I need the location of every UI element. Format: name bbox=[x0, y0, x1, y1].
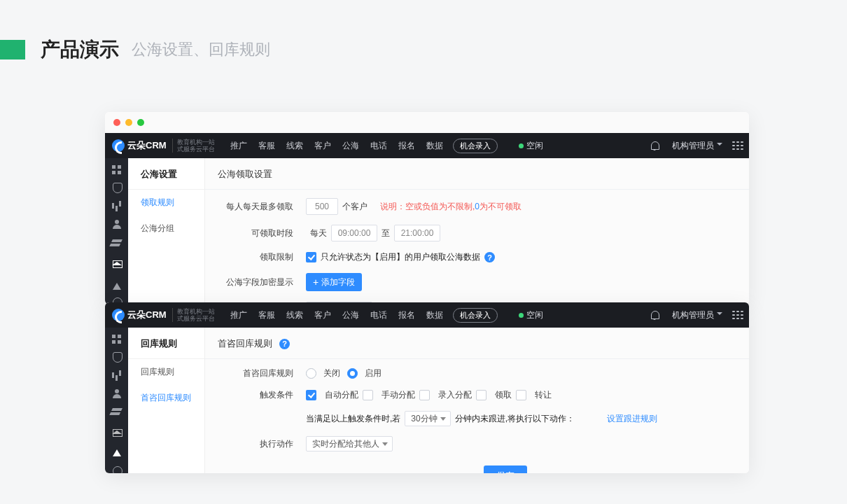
page-title: 产品演示 bbox=[41, 36, 119, 63]
cond-mid: 分钟内未跟进,将执行以下动作： bbox=[455, 413, 575, 425]
nav-gonghai[interactable]: 公海 bbox=[337, 309, 365, 321]
shield-icon[interactable] bbox=[111, 351, 122, 360]
brand-sub: 教育机构一站式服务云平台 bbox=[172, 139, 215, 153]
help-icon[interactable]: ? bbox=[279, 339, 290, 349]
side-menu-title: 公海设置 bbox=[128, 168, 204, 190]
radio-off[interactable] bbox=[306, 368, 316, 379]
help-icon[interactable]: ? bbox=[484, 252, 495, 262]
nav-gonghai[interactable]: 公海 bbox=[337, 140, 365, 152]
nav-service[interactable]: 客服 bbox=[253, 140, 281, 152]
rail-active[interactable] bbox=[111, 444, 122, 455]
chk-transfer[interactable] bbox=[516, 390, 526, 400]
row-timerange: 可领取时段 每天 至 bbox=[218, 225, 736, 241]
nav-leads[interactable]: 线索 bbox=[281, 140, 309, 152]
row-limit: 领取限制 只允许状态为【启用】的用户领取公海数据 ? bbox=[218, 251, 736, 263]
bell-icon[interactable] bbox=[650, 141, 659, 150]
layers-icon[interactable] bbox=[111, 407, 122, 415]
person-icon[interactable] bbox=[111, 219, 122, 227]
gear-icon[interactable] bbox=[111, 465, 122, 473]
apps-grid-icon[interactable] bbox=[732, 311, 742, 319]
chk-auto[interactable] bbox=[306, 390, 316, 400]
layers-icon[interactable] bbox=[111, 238, 122, 246]
time-from-input[interactable] bbox=[331, 225, 377, 241]
user-menu[interactable]: 机构管理员 bbox=[672, 140, 722, 152]
chk-manual[interactable] bbox=[363, 390, 373, 400]
page-header: 产品演示 公海设置、回库规则 bbox=[0, 36, 270, 63]
minutes-dropdown[interactable]: 30分钟 bbox=[405, 411, 450, 426]
limit-text: 只允许状态为【启用】的用户领取公海数据 bbox=[321, 251, 480, 263]
label: 每人每天最多领取 bbox=[218, 201, 293, 213]
maximize-icon[interactable] bbox=[137, 119, 144, 126]
label: 执行动作 bbox=[218, 438, 293, 450]
nav-service[interactable]: 客服 bbox=[253, 309, 281, 321]
set-follow-rule-link[interactable]: 设置跟进规则 bbox=[607, 413, 657, 425]
app-bar: 云朵CRM 教育机构一站式服务云平台 推广 客服 线索 客户 公海 电话 报名 … bbox=[105, 133, 749, 158]
only-enabled-checkbox[interactable] bbox=[306, 252, 316, 262]
side-menu: 回库规则 回库规则 首咨回库规则 bbox=[128, 328, 205, 473]
status-text: 空闲 bbox=[526, 309, 543, 321]
nav-opportunity-entry[interactable]: 机会录入 bbox=[453, 308, 498, 323]
brand[interactable]: 云朵CRM 教育机构一站式服务云平台 bbox=[112, 308, 220, 322]
brand[interactable]: 云朵CRM 教育机构一站式服务云平台 bbox=[112, 139, 220, 153]
app-bar: 云朵CRM 教育机构一站式服务云平台 推广 客服 线索 客户 公海 电话 报名 … bbox=[105, 302, 749, 328]
nav-customer[interactable]: 客户 bbox=[309, 309, 337, 321]
label: 公海字段加密显示 bbox=[218, 276, 293, 288]
user-menu[interactable]: 机构管理员 bbox=[672, 309, 722, 321]
nav-promo[interactable]: 推广 bbox=[225, 140, 253, 152]
nav-phone[interactable]: 电话 bbox=[365, 140, 393, 152]
row-trigger: 触发条件 自动分配 手动分配 录入分配 领取 转让 bbox=[218, 389, 736, 401]
shield-icon[interactable] bbox=[111, 182, 122, 190]
nav-data[interactable]: 数据 bbox=[421, 309, 449, 321]
row-action: 执行动作 实时分配给其他人 bbox=[218, 436, 736, 451]
opt-auto-label: 自动分配 bbox=[325, 389, 358, 401]
brand-icon bbox=[112, 309, 125, 321]
side-item-return-rules[interactable]: 回库规则 bbox=[128, 359, 204, 385]
action-dropdown[interactable]: 实时分配给其他人 bbox=[306, 436, 393, 451]
house-icon bbox=[111, 256, 122, 267]
nav-promo[interactable]: 推广 bbox=[225, 309, 253, 321]
opt-transfer-label: 转让 bbox=[535, 389, 552, 401]
content-title: 公海领取设置 bbox=[218, 168, 736, 181]
minimize-icon[interactable] bbox=[125, 119, 132, 126]
apps-grid-icon[interactable] bbox=[732, 141, 742, 150]
radio-off-label: 关闭 bbox=[323, 368, 340, 379]
chart-icon[interactable] bbox=[111, 201, 122, 209]
side-item-groups[interactable]: 公海分组 bbox=[128, 216, 204, 241]
row-enable: 首咨回库规则 关闭 启用 bbox=[218, 368, 736, 379]
dashboard-icon[interactable] bbox=[111, 333, 122, 342]
chk-claim[interactable] bbox=[476, 390, 486, 400]
side-item-first-consult-rules[interactable]: 首咨回库规则 bbox=[128, 385, 204, 411]
chevron-down-icon bbox=[717, 143, 722, 148]
side-item-claim-rules[interactable]: 领取规则 bbox=[128, 190, 204, 216]
radio-on-label: 启用 bbox=[365, 368, 382, 379]
nav-leads[interactable]: 线索 bbox=[281, 309, 309, 321]
add-field-button[interactable]: +添加字段 bbox=[306, 273, 362, 291]
label: 首咨回库规则 bbox=[218, 368, 293, 379]
icon-rail bbox=[105, 328, 128, 473]
triangle-icon[interactable] bbox=[111, 277, 122, 286]
chk-entry[interactable] bbox=[419, 390, 430, 400]
max-claim-input[interactable] bbox=[306, 198, 338, 215]
nav-customer[interactable]: 客户 bbox=[309, 140, 337, 152]
person-icon[interactable] bbox=[111, 388, 122, 397]
save-button[interactable]: 保存 bbox=[484, 465, 527, 473]
dashboard-icon[interactable] bbox=[111, 164, 122, 172]
rail-active[interactable] bbox=[111, 256, 122, 267]
nav-phone[interactable]: 电话 bbox=[365, 309, 393, 321]
bell-icon[interactable] bbox=[650, 310, 659, 320]
nav-enroll[interactable]: 报名 bbox=[393, 309, 421, 321]
house-icon[interactable] bbox=[111, 425, 122, 433]
row-encrypt: 公海字段加密显示 +添加字段 bbox=[218, 273, 736, 291]
nav-data[interactable]: 数据 bbox=[421, 140, 449, 152]
brand-icon bbox=[112, 139, 125, 152]
daily-label: 每天 bbox=[310, 227, 327, 239]
close-icon[interactable] bbox=[113, 119, 120, 126]
chart-icon[interactable] bbox=[111, 370, 122, 379]
nav-enroll[interactable]: 报名 bbox=[393, 140, 421, 152]
icon-rail bbox=[105, 158, 128, 304]
label: 领取限制 bbox=[218, 251, 293, 263]
nav-opportunity-entry[interactable]: 机会录入 bbox=[453, 139, 498, 153]
time-to-input[interactable] bbox=[394, 225, 440, 241]
radio-on[interactable] bbox=[347, 368, 358, 379]
brand-text: 云朵CRM bbox=[127, 309, 167, 321]
